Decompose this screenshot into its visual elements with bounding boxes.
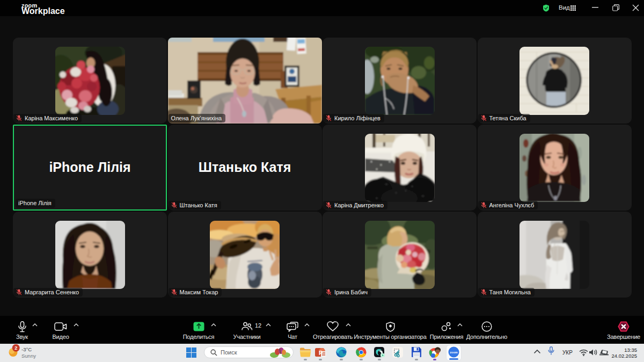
svg-text:zoom: zoom (450, 351, 457, 354)
svg-text:P: P (319, 350, 323, 356)
svg-text:2: 2 (14, 345, 17, 351)
